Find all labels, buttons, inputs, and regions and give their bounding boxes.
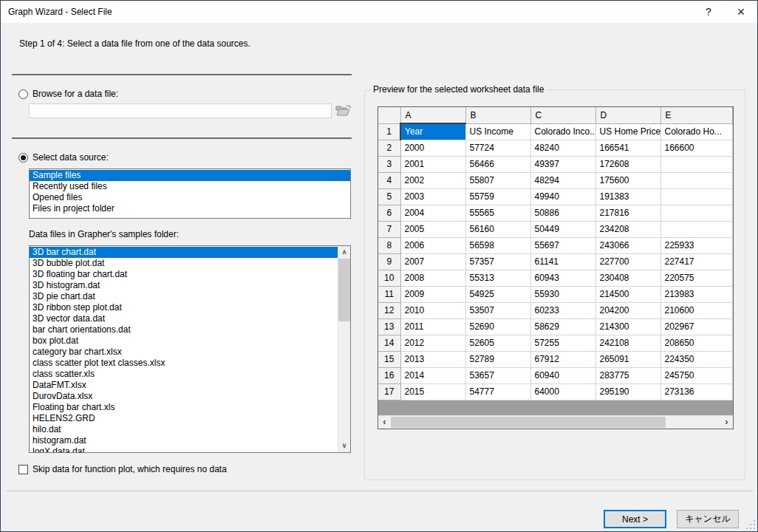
preview-cell[interactable]: 53657 <box>465 367 530 383</box>
preview-cell[interactable]: 2010 <box>400 302 465 318</box>
sample-file-item[interactable]: class scatter.xls <box>30 369 338 380</box>
data-source-option[interactable]: Sample files <box>30 170 350 181</box>
preview-cell[interactable]: 57255 <box>530 335 595 351</box>
preview-cell[interactable]: 48240 <box>530 140 595 156</box>
preview-cell[interactable]: 204200 <box>595 302 660 318</box>
preview-cell[interactable]: 213983 <box>660 286 733 302</box>
row-header[interactable]: 13 <box>378 318 400 335</box>
row-header[interactable]: 14 <box>378 335 400 351</box>
help-button[interactable]: ? <box>692 1 725 23</box>
preview-cell[interactable]: 2008 <box>400 270 465 286</box>
row-header[interactable]: 11 <box>378 286 400 302</box>
preview-hscrollbar[interactable]: ‹ › <box>378 415 733 429</box>
preview-cell[interactable]: 2015 <box>400 383 465 400</box>
sample-file-item[interactable]: 3D ribbon step plot.dat <box>30 302 338 313</box>
preview-cell[interactable]: 2004 <box>400 205 465 221</box>
preview-cell[interactable]: 227417 <box>660 253 733 270</box>
preview-cell[interactable]: 166541 <box>595 140 660 156</box>
close-button[interactable]: × <box>725 1 757 23</box>
preview-cell[interactable] <box>660 221 733 237</box>
preview-cell[interactable]: 2000 <box>400 140 465 156</box>
scrollbar-thumb[interactable] <box>338 259 350 321</box>
file-list-scrollbar[interactable]: ∧ ∨ <box>338 246 350 452</box>
preview-cell[interactable]: 55565 <box>465 205 530 221</box>
preview-cell[interactable]: 52690 <box>465 318 530 335</box>
preview-cell[interactable]: 2011 <box>400 318 465 335</box>
row-header[interactable]: 15 <box>378 351 400 367</box>
row-header[interactable]: 4 <box>378 172 400 188</box>
preview-cell[interactable]: 2001 <box>400 156 465 172</box>
preview-cell[interactable]: 49397 <box>530 156 595 172</box>
preview-cell[interactable]: 50886 <box>530 205 595 221</box>
sample-file-item[interactable]: 3D vector data.dat <box>30 313 338 324</box>
sample-file-item[interactable]: DataFMT.xlsx <box>30 380 338 391</box>
row-header[interactable]: 10 <box>378 270 400 286</box>
row-header[interactable]: 9 <box>378 253 400 270</box>
sample-file-item[interactable]: DurovData.xlsx <box>30 391 338 402</box>
column-header[interactable]: D <box>595 107 660 123</box>
preview-cell[interactable]: 52789 <box>465 351 530 367</box>
preview-cell[interactable]: 55759 <box>465 188 530 205</box>
preview-cell[interactable]: 242108 <box>595 335 660 351</box>
preview-cell[interactable]: 273136 <box>660 383 733 400</box>
column-header[interactable]: C <box>530 107 595 123</box>
preview-cell[interactable]: 2005 <box>400 221 465 237</box>
sample-file-item[interactable]: histogram.dat <box>30 435 338 446</box>
preview-cell[interactable]: 2002 <box>400 172 465 188</box>
preview-cell[interactable]: 166600 <box>660 140 733 156</box>
preview-cell[interactable]: 55807 <box>465 172 530 188</box>
preview-cell[interactable]: 57724 <box>465 140 530 156</box>
preview-cell[interactable]: 54925 <box>465 286 530 302</box>
sample-file-item[interactable]: bar chart orientations.dat <box>30 324 338 335</box>
preview-cell[interactable]: 220575 <box>660 270 733 286</box>
preview-cell[interactable]: 58629 <box>530 318 595 335</box>
preview-cell[interactable]: 55930 <box>530 286 595 302</box>
preview-cell[interactable] <box>660 205 733 221</box>
preview-cell[interactable]: 210600 <box>660 302 733 318</box>
preview-cell[interactable] <box>660 188 733 205</box>
preview-cell[interactable]: 2013 <box>400 351 465 367</box>
preview-cell[interactable]: 67912 <box>530 351 595 367</box>
sample-file-item[interactable]: 3D bubble plot.dat <box>30 258 338 269</box>
preview-cell[interactable]: 230408 <box>595 270 660 286</box>
cancel-button[interactable]: キャンセル <box>677 510 739 528</box>
preview-cell[interactable]: 60943 <box>530 270 595 286</box>
row-header[interactable]: 8 <box>378 237 400 253</box>
data-source-option[interactable]: Recently used files <box>30 181 350 192</box>
preview-cell[interactable] <box>660 156 733 172</box>
sample-file-item[interactable]: category bar chart.xlsx <box>30 347 338 358</box>
row-header[interactable]: 16 <box>378 367 400 383</box>
column-header[interactable]: A <box>400 107 465 123</box>
hscrollbar-thumb[interactable] <box>391 417 666 428</box>
preview-cell[interactable]: 57357 <box>465 253 530 270</box>
preview-cell[interactable]: 49940 <box>530 188 595 205</box>
row-header[interactable]: 5 <box>378 188 400 205</box>
preview-cell[interactable]: 2003 <box>400 188 465 205</box>
preview-cell[interactable]: 265091 <box>595 351 660 367</box>
preview-cell[interactable]: Year <box>400 123 465 140</box>
preview-cell[interactable]: 175600 <box>595 172 660 188</box>
preview-cell[interactable]: 2007 <box>400 253 465 270</box>
preview-cell[interactable]: 202967 <box>660 318 733 335</box>
row-header[interactable]: 1 <box>378 123 400 140</box>
preview-cell[interactable] <box>660 172 733 188</box>
browse-radio[interactable]: Browse for a data file: <box>18 89 118 99</box>
sample-file-item[interactable]: 3D floating bar chart.dat <box>30 269 338 280</box>
row-header[interactable]: 7 <box>378 221 400 237</box>
preview-cell[interactable]: 55697 <box>530 237 595 253</box>
preview-cell[interactable]: 295190 <box>595 383 660 400</box>
sample-file-item[interactable]: hilo.dat <box>30 424 338 435</box>
sample-file-item[interactable]: 3D pie chart.dat <box>30 291 338 302</box>
preview-cell[interactable]: 224350 <box>660 351 733 367</box>
scroll-up-icon[interactable]: ∧ <box>338 246 350 259</box>
sample-file-item[interactable]: 3D histogram.dat <box>30 280 338 291</box>
open-folder-icon[interactable] <box>335 104 352 117</box>
preview-cell[interactable]: 61141 <box>530 253 595 270</box>
preview-cell[interactable]: Colorado Inco... <box>530 123 595 140</box>
preview-cell[interactable]: 56598 <box>465 237 530 253</box>
preview-cell[interactable]: 172608 <box>595 156 660 172</box>
preview-cell[interactable]: 48294 <box>530 172 595 188</box>
scroll-right-icon[interactable]: › <box>720 416 733 429</box>
preview-cell[interactable]: 283775 <box>595 367 660 383</box>
scroll-down-icon[interactable]: ∨ <box>338 440 350 452</box>
